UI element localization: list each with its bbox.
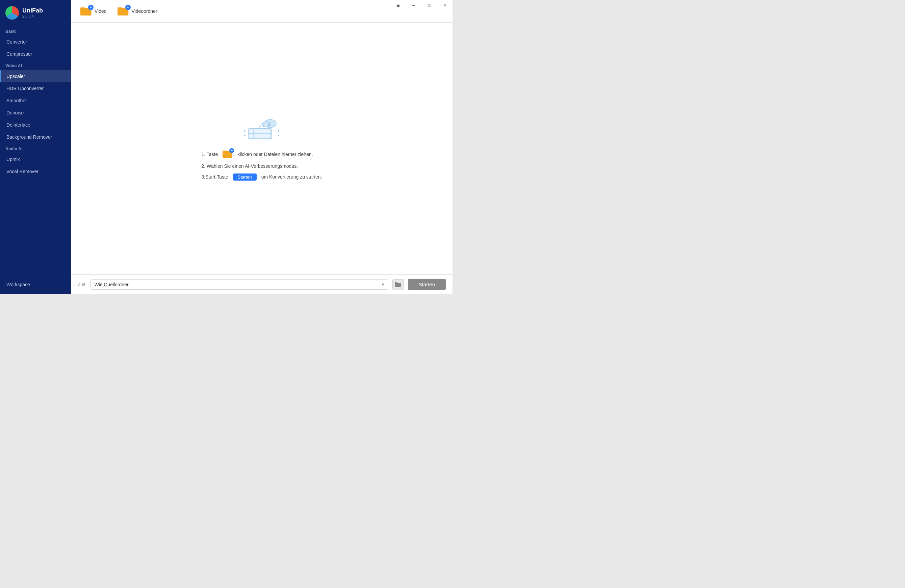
svg-point-11 xyxy=(244,130,246,132)
sidebar-item-compressor[interactable]: Compressor xyxy=(0,48,71,60)
sidebar-item-smoother[interactable]: Smoother xyxy=(0,95,71,107)
instruction-step3: 3.Start-Taste Starten um Konvertierung z… xyxy=(201,173,322,181)
sidebar-item-upmix[interactable]: Upmix xyxy=(0,153,71,165)
sidebar-item-label-vocal-remover: Vocal Remover xyxy=(6,169,38,174)
close-button[interactable]: ✕ xyxy=(437,0,452,11)
sidebar-logo: UniFab 2.0.3.4 xyxy=(0,0,71,25)
main-content: ☰ ─ □ ✕ xyxy=(71,0,452,294)
starten-button[interactable]: Starten xyxy=(408,279,446,290)
add-folder-label: Videoordner xyxy=(132,8,157,14)
sidebar-item-label-background-remover: Background Remover xyxy=(6,134,52,140)
drop-area: 1. Taste + klicken oder Dateien hierher … xyxy=(71,23,452,274)
svg-point-16 xyxy=(263,125,264,127)
browse-folder-icon xyxy=(395,282,401,287)
step2-text: 2. Wählen Sie einen AI-Verbesserungsmodu… xyxy=(201,163,298,169)
window-controls: ☰ ─ □ ✕ xyxy=(391,0,452,11)
section-label-video-ai: Video AI xyxy=(0,60,71,70)
sidebar-item-label-deinterlace: Deinterlace xyxy=(6,122,30,128)
close-icon: ✕ xyxy=(443,3,446,8)
sidebar-item-label-smoother: Smoother xyxy=(6,98,27,103)
bottom-bar: Ziel: Wie Quellordner ▼ Starten xyxy=(71,274,452,294)
maximize-button[interactable]: □ xyxy=(421,0,437,11)
sidebar-item-label-denoise: Denoise xyxy=(6,110,24,116)
sidebar-item-deinterlace[interactable]: Deinterlace xyxy=(0,119,71,131)
sidebar-item-label-compressor: Compressor xyxy=(6,51,32,57)
svg-point-14 xyxy=(278,135,279,136)
sidebar: UniFab 2.0.3.4 Basic Converter Compresso… xyxy=(0,0,71,294)
menu-icon: ☰ xyxy=(397,3,400,8)
app-version: 2.0.3.4 xyxy=(22,14,43,18)
svg-rect-20 xyxy=(395,282,397,284)
ziel-label: Ziel: xyxy=(78,282,86,287)
destination-select[interactable]: Wie Quellordner xyxy=(90,279,388,290)
svg-point-15 xyxy=(259,125,261,127)
app-name: UniFab xyxy=(22,8,43,14)
section-label-basic: Basic xyxy=(0,25,71,36)
sidebar-item-hdr-upconverter[interactable]: HDR Upconverter xyxy=(0,82,71,95)
instruction-step2: 2. Wählen Sie einen AI-Verbesserungsmodu… xyxy=(201,163,298,169)
add-video-label: Video xyxy=(95,8,107,14)
app-container: UniFab 2.0.3.4 Basic Converter Compresso… xyxy=(0,0,452,294)
sidebar-item-denoise[interactable]: Denoise xyxy=(0,107,71,119)
sidebar-item-label-converter: Converter xyxy=(6,39,27,44)
menu-button[interactable]: ☰ xyxy=(391,0,406,11)
step1-suffix: klicken oder Dateien hierher ziehen. xyxy=(237,152,313,157)
browse-folder-button[interactable] xyxy=(392,279,404,290)
sidebar-item-workspace[interactable]: Workspace xyxy=(0,279,71,291)
starten-badge: Starten xyxy=(233,173,257,181)
sidebar-item-label-upmix: Upmix xyxy=(6,157,20,162)
step3-text: 3.Start-Taste xyxy=(201,174,228,179)
maximize-icon: □ xyxy=(428,3,430,8)
logo-text: UniFab 2.0.3.4 xyxy=(22,8,43,18)
minimize-icon: ─ xyxy=(412,3,415,8)
minimize-button[interactable]: ─ xyxy=(406,0,421,11)
sidebar-item-background-remover[interactable]: Background Remover xyxy=(0,131,71,143)
sidebar-item-upscaler[interactable]: Upscaler xyxy=(0,70,71,82)
svg-rect-18 xyxy=(222,151,227,152)
add-folder-button[interactable]: + Videoordner xyxy=(115,5,160,17)
add-video-button[interactable]: + Video xyxy=(78,5,110,17)
sidebar-item-label-upscaler: Upscaler xyxy=(6,74,25,79)
section-label-audio-ai: Audio AI xyxy=(0,143,71,153)
step1-text: 1. Taste xyxy=(201,152,218,157)
svg-point-12 xyxy=(244,135,246,136)
step3-suffix: um Konvertierung zu starten. xyxy=(261,174,322,179)
drop-illustration xyxy=(241,117,282,144)
sidebar-item-converter[interactable]: Converter xyxy=(0,36,71,48)
sidebar-item-vocal-remover[interactable]: Vocal Remover xyxy=(0,165,71,178)
app-logo-icon xyxy=(5,6,19,20)
instruction-step1: 1. Taste + klicken oder Dateien hierher … xyxy=(201,150,313,158)
svg-rect-4 xyxy=(117,8,122,10)
svg-point-13 xyxy=(278,130,279,132)
sidebar-item-label-workspace: Workspace xyxy=(6,282,30,287)
sidebar-item-label-hdr: HDR Upconverter xyxy=(6,86,44,91)
instructions: 1. Taste + klicken oder Dateien hierher … xyxy=(201,150,322,181)
destination-select-wrapper: Wie Quellordner ▼ xyxy=(90,279,388,290)
